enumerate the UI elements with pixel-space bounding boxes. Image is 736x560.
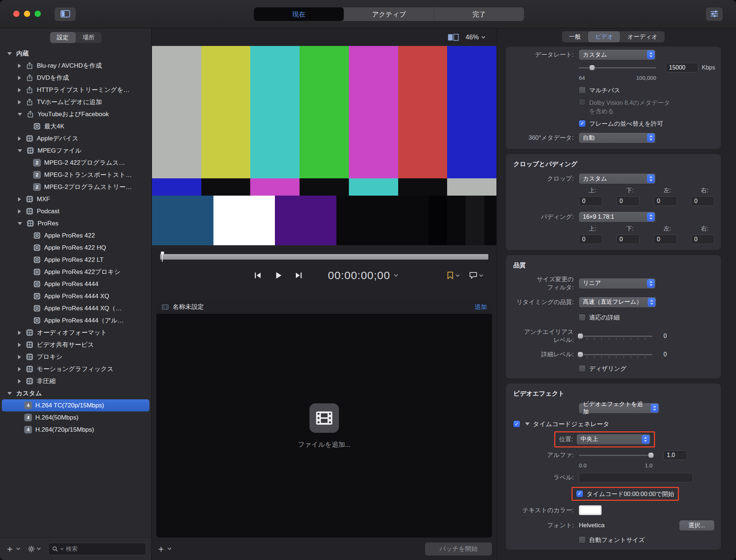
dithering-checkbox[interactable] xyxy=(579,365,585,372)
tab-general[interactable]: 一般 xyxy=(562,31,588,42)
tree-item[interactable]: ビデオ共有サービス xyxy=(0,339,151,351)
alpha-field[interactable] xyxy=(664,450,687,460)
disclosure-triangle[interactable] xyxy=(18,197,21,201)
tab-completed[interactable]: 完了 xyxy=(434,7,524,21)
sharing-filters-button[interactable] xyxy=(706,7,723,21)
padding-top-field[interactable] xyxy=(579,235,602,244)
add-output-link[interactable]: 追加 xyxy=(475,303,487,311)
tree-item[interactable]: DVDを作成 xyxy=(0,72,151,84)
disclosure-triangle[interactable] xyxy=(18,113,22,116)
timecode-label-field[interactable] xyxy=(579,473,693,482)
data-rate-popup[interactable]: カスタム xyxy=(579,50,655,60)
tree-item[interactable]: 4H.264(50Mbps) xyxy=(0,411,151,424)
disclosure-triangle[interactable] xyxy=(18,222,22,225)
tree-item[interactable]: Apple ProRes 422 HQ xyxy=(0,242,151,254)
add-setting-button[interactable]: ＋ xyxy=(5,544,20,553)
timecode-generator-checkbox[interactable] xyxy=(513,421,520,427)
annotation-menu-button[interactable] xyxy=(469,272,483,279)
close-window-button[interactable] xyxy=(13,11,20,17)
disclosure-triangle[interactable] xyxy=(7,392,12,395)
frame-reordering-checkbox[interactable] xyxy=(579,120,585,127)
previous-frame-button[interactable] xyxy=(253,271,262,280)
marker-menu-button[interactable] xyxy=(447,271,460,279)
tree-item[interactable]: ProRes xyxy=(0,217,151,229)
tree-item[interactable]: Blu-ray / AVCHDを作成 xyxy=(0,60,151,72)
crop-top-field[interactable] xyxy=(579,196,602,206)
tree-item[interactable]: プロキシ xyxy=(0,351,151,363)
search-field[interactable] xyxy=(48,543,146,555)
timecode-position-popup[interactable]: 中央上 xyxy=(577,434,650,445)
tree-item[interactable]: オーディオフォーマット xyxy=(0,327,151,339)
disclosure-triangle[interactable] xyxy=(18,100,21,104)
disclosure-triangle[interactable] xyxy=(18,136,21,141)
disclosure-triangle[interactable] xyxy=(18,379,21,384)
tree-item[interactable]: Apple ProRes 422 xyxy=(0,229,151,242)
tree-item[interactable]: Podcast xyxy=(0,205,151,217)
alpha-slider[interactable] xyxy=(579,452,652,458)
timecode-start-checkbox[interactable] xyxy=(576,491,583,497)
zoom-window-button[interactable] xyxy=(35,11,41,17)
timecode-display[interactable]: 00:00:00;00 xyxy=(328,269,398,282)
next-frame-button[interactable] xyxy=(294,271,304,280)
disclosure-triangle[interactable] xyxy=(18,355,21,359)
detail-slider[interactable] xyxy=(579,352,652,357)
multipass-checkbox[interactable] xyxy=(579,87,585,93)
add-batch-item-button[interactable]: ＋ xyxy=(156,544,171,553)
play-button[interactable] xyxy=(273,271,283,280)
tree-item[interactable]: Appleデバイス xyxy=(0,132,151,145)
tree-item[interactable]: モーショングラフィックス xyxy=(0,363,151,375)
disclosure-triangle[interactable] xyxy=(18,88,21,92)
font-choose-button[interactable]: 選択... xyxy=(679,520,714,531)
resize-filter-popup[interactable]: リニア xyxy=(579,278,655,289)
tree-item[interactable]: 最大4K xyxy=(0,120,151,132)
crop-popup[interactable]: カスタム xyxy=(579,174,655,184)
disclosure-triangle[interactable] xyxy=(18,331,21,335)
tree-item[interactable]: 2MPEG-2プログラムストリー… xyxy=(0,181,151,193)
tab-settings[interactable]: 設定 xyxy=(50,32,76,43)
text-color-well[interactable] xyxy=(579,505,602,515)
tree-item[interactable]: Apple ProRes 4444（アル… xyxy=(0,314,151,327)
disclosure-triangle[interactable] xyxy=(18,64,21,68)
tab-active[interactable]: アクティブ xyxy=(344,7,434,21)
tab-audio[interactable]: オーディオ xyxy=(620,31,665,42)
crop-right-field[interactable] xyxy=(691,196,715,206)
padding-bottom-field[interactable] xyxy=(616,235,640,244)
disclosure-triangle[interactable] xyxy=(18,149,22,152)
tree-item[interactable]: 4H.264(720p/15Mbps) xyxy=(0,424,151,436)
disclosure-triangle[interactable] xyxy=(18,209,21,214)
settings-action-menu-button[interactable] xyxy=(28,545,41,553)
timeline-scrubber[interactable] xyxy=(160,254,488,260)
tree-item[interactable]: HTTPライブストリーミングを… xyxy=(0,84,151,96)
tree-item[interactable]: YouTubeおよびFacebook xyxy=(0,108,151,120)
zoom-level-control[interactable]: 46% xyxy=(466,33,485,41)
tab-locations[interactable]: 場所 xyxy=(76,32,102,43)
tree-item[interactable]: 2MPEG-2 422プログラムス… xyxy=(0,157,151,169)
crop-left-field[interactable] xyxy=(654,196,677,206)
padding-popup[interactable]: 16×9 1.78:1 xyxy=(579,212,655,222)
antialias-slider[interactable] xyxy=(579,333,652,339)
tree-item[interactable]: 非圧縮 xyxy=(0,375,151,387)
add-video-effect-popup[interactable]: ビデオエフェクトを追加 xyxy=(579,403,659,413)
data-rate-field[interactable] xyxy=(666,63,698,72)
adaptive-details-checkbox[interactable] xyxy=(579,314,585,321)
tree-item[interactable]: Apple ProRes 4444 XQ xyxy=(0,290,151,302)
disclosure-triangle[interactable] xyxy=(18,367,21,371)
retiming-quality-popup[interactable]: 高速（直近フレーム） xyxy=(579,297,656,307)
tab-video[interactable]: ビデオ xyxy=(588,31,620,42)
tree-item[interactable]: Apple ProRes 422 LT xyxy=(0,254,151,266)
tree-item[interactable]: Apple ProRes 4444 xyxy=(0,278,151,290)
tree-group-header[interactable]: 内蔵 xyxy=(0,47,151,60)
tree-item[interactable]: 2MPEG-2トランスポートスト… xyxy=(0,169,151,181)
slider-thumb[interactable] xyxy=(648,453,654,458)
tree-item[interactable]: MPEGファイル xyxy=(0,145,151,157)
batch-drop-area[interactable]: ファイルを追加... xyxy=(156,314,492,538)
data-rate-slider[interactable] xyxy=(579,65,656,71)
start-batch-button[interactable]: バッチを開始 xyxy=(425,542,492,556)
auto-font-size-checkbox[interactable] xyxy=(579,536,585,543)
padding-left-field[interactable] xyxy=(654,235,677,244)
tree-group-header[interactable]: カスタム xyxy=(0,387,151,399)
tree-item[interactable]: Apple ProRes 422プロキシ xyxy=(0,266,151,278)
metadata-360-popup[interactable]: 自動 xyxy=(579,133,655,143)
sidebar-toggle-button[interactable] xyxy=(54,7,76,21)
slider-thumb[interactable] xyxy=(590,65,595,70)
